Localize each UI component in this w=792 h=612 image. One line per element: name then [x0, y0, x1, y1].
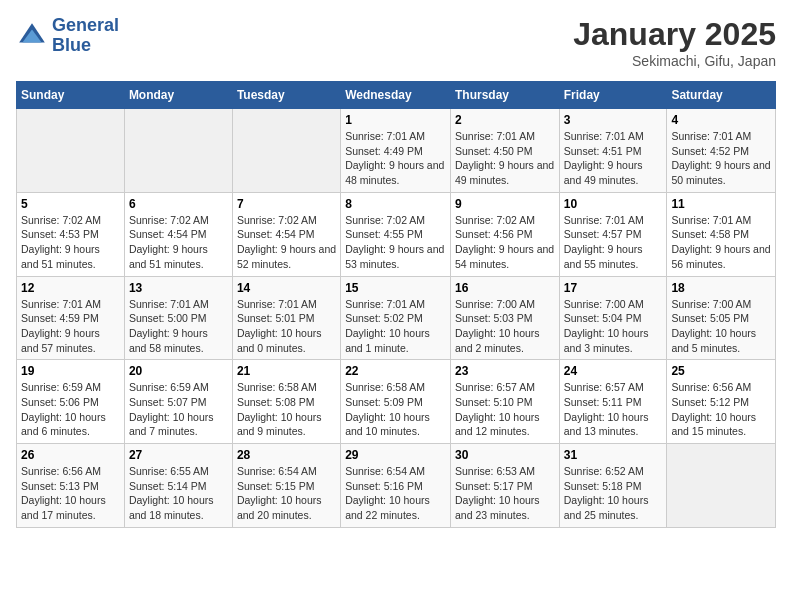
day-number: 30	[455, 448, 555, 462]
day-info: Sunrise: 6:58 AMSunset: 5:09 PMDaylight:…	[345, 381, 430, 437]
day-info: Sunrise: 7:01 AMSunset: 4:49 PMDaylight:…	[345, 130, 444, 186]
logo-text: General Blue	[52, 16, 119, 56]
calendar-week-row: 1 Sunrise: 7:01 AMSunset: 4:49 PMDayligh…	[17, 109, 776, 193]
col-tuesday: Tuesday	[232, 82, 340, 109]
calendar-day-cell: 20 Sunrise: 6:59 AMSunset: 5:07 PMDaylig…	[124, 360, 232, 444]
day-info: Sunrise: 6:53 AMSunset: 5:17 PMDaylight:…	[455, 465, 540, 521]
calendar-day-cell: 7 Sunrise: 7:02 AMSunset: 4:54 PMDayligh…	[232, 192, 340, 276]
day-number: 22	[345, 364, 446, 378]
day-number: 21	[237, 364, 336, 378]
calendar-week-row: 12 Sunrise: 7:01 AMSunset: 4:59 PMDaylig…	[17, 276, 776, 360]
calendar-day-cell: 2 Sunrise: 7:01 AMSunset: 4:50 PMDayligh…	[450, 109, 559, 193]
day-info: Sunrise: 6:56 AMSunset: 5:12 PMDaylight:…	[671, 381, 756, 437]
day-info: Sunrise: 6:57 AMSunset: 5:10 PMDaylight:…	[455, 381, 540, 437]
day-number: 31	[564, 448, 663, 462]
day-number: 28	[237, 448, 336, 462]
header-row: Sunday Monday Tuesday Wednesday Thursday…	[17, 82, 776, 109]
page-title: January 2025	[573, 16, 776, 53]
day-number: 11	[671, 197, 771, 211]
day-number: 5	[21, 197, 120, 211]
calendar-day-cell: 22 Sunrise: 6:58 AMSunset: 5:09 PMDaylig…	[341, 360, 451, 444]
day-number: 16	[455, 281, 555, 295]
day-number: 20	[129, 364, 228, 378]
day-number: 7	[237, 197, 336, 211]
day-number: 12	[21, 281, 120, 295]
calendar-day-cell: 24 Sunrise: 6:57 AMSunset: 5:11 PMDaylig…	[559, 360, 667, 444]
day-info: Sunrise: 7:02 AMSunset: 4:54 PMDaylight:…	[237, 214, 336, 270]
calendar-week-row: 19 Sunrise: 6:59 AMSunset: 5:06 PMDaylig…	[17, 360, 776, 444]
calendar-day-cell: 28 Sunrise: 6:54 AMSunset: 5:15 PMDaylig…	[232, 444, 340, 528]
calendar-day-cell: 1 Sunrise: 7:01 AMSunset: 4:49 PMDayligh…	[341, 109, 451, 193]
day-number: 23	[455, 364, 555, 378]
day-number: 4	[671, 113, 771, 127]
calendar-week-row: 5 Sunrise: 7:02 AMSunset: 4:53 PMDayligh…	[17, 192, 776, 276]
calendar-day-cell	[17, 109, 125, 193]
title-block: January 2025 Sekimachi, Gifu, Japan	[573, 16, 776, 69]
logo-icon	[16, 20, 48, 52]
calendar-day-cell: 17 Sunrise: 7:00 AMSunset: 5:04 PMDaylig…	[559, 276, 667, 360]
col-friday: Friday	[559, 82, 667, 109]
day-number: 15	[345, 281, 446, 295]
day-info: Sunrise: 6:59 AMSunset: 5:06 PMDaylight:…	[21, 381, 106, 437]
calendar-day-cell: 8 Sunrise: 7:02 AMSunset: 4:55 PMDayligh…	[341, 192, 451, 276]
calendar-day-cell: 16 Sunrise: 7:00 AMSunset: 5:03 PMDaylig…	[450, 276, 559, 360]
logo: General Blue	[16, 16, 119, 56]
day-number: 8	[345, 197, 446, 211]
day-info: Sunrise: 6:59 AMSunset: 5:07 PMDaylight:…	[129, 381, 214, 437]
calendar-day-cell: 21 Sunrise: 6:58 AMSunset: 5:08 PMDaylig…	[232, 360, 340, 444]
calendar-day-cell: 5 Sunrise: 7:02 AMSunset: 4:53 PMDayligh…	[17, 192, 125, 276]
calendar-day-cell: 12 Sunrise: 7:01 AMSunset: 4:59 PMDaylig…	[17, 276, 125, 360]
day-number: 25	[671, 364, 771, 378]
col-sunday: Sunday	[17, 82, 125, 109]
day-info: Sunrise: 7:02 AMSunset: 4:53 PMDaylight:…	[21, 214, 101, 270]
day-info: Sunrise: 7:01 AMSunset: 4:51 PMDaylight:…	[564, 130, 644, 186]
day-number: 3	[564, 113, 663, 127]
calendar-day-cell	[124, 109, 232, 193]
calendar-day-cell: 29 Sunrise: 6:54 AMSunset: 5:16 PMDaylig…	[341, 444, 451, 528]
calendar-day-cell: 19 Sunrise: 6:59 AMSunset: 5:06 PMDaylig…	[17, 360, 125, 444]
day-number: 10	[564, 197, 663, 211]
day-info: Sunrise: 7:00 AMSunset: 5:04 PMDaylight:…	[564, 298, 649, 354]
day-number: 9	[455, 197, 555, 211]
day-info: Sunrise: 6:54 AMSunset: 5:16 PMDaylight:…	[345, 465, 430, 521]
day-number: 1	[345, 113, 446, 127]
day-info: Sunrise: 6:52 AMSunset: 5:18 PMDaylight:…	[564, 465, 649, 521]
day-number: 6	[129, 197, 228, 211]
day-number: 18	[671, 281, 771, 295]
day-number: 2	[455, 113, 555, 127]
day-info: Sunrise: 6:58 AMSunset: 5:08 PMDaylight:…	[237, 381, 322, 437]
calendar-day-cell: 30 Sunrise: 6:53 AMSunset: 5:17 PMDaylig…	[450, 444, 559, 528]
day-info: Sunrise: 7:01 AMSunset: 5:01 PMDaylight:…	[237, 298, 322, 354]
day-number: 24	[564, 364, 663, 378]
calendar-day-cell: 6 Sunrise: 7:02 AMSunset: 4:54 PMDayligh…	[124, 192, 232, 276]
page-header: General Blue January 2025 Sekimachi, Gif…	[16, 16, 776, 69]
day-info: Sunrise: 7:02 AMSunset: 4:56 PMDaylight:…	[455, 214, 554, 270]
calendar-day-cell: 27 Sunrise: 6:55 AMSunset: 5:14 PMDaylig…	[124, 444, 232, 528]
day-number: 13	[129, 281, 228, 295]
day-info: Sunrise: 7:01 AMSunset: 4:57 PMDaylight:…	[564, 214, 644, 270]
calendar-day-cell: 10 Sunrise: 7:01 AMSunset: 4:57 PMDaylig…	[559, 192, 667, 276]
day-info: Sunrise: 7:01 AMSunset: 4:58 PMDaylight:…	[671, 214, 770, 270]
calendar-week-row: 26 Sunrise: 6:56 AMSunset: 5:13 PMDaylig…	[17, 444, 776, 528]
col-wednesday: Wednesday	[341, 82, 451, 109]
page-subtitle: Sekimachi, Gifu, Japan	[573, 53, 776, 69]
logo-line2: Blue	[52, 36, 119, 56]
calendar-day-cell	[667, 444, 776, 528]
day-info: Sunrise: 6:57 AMSunset: 5:11 PMDaylight:…	[564, 381, 649, 437]
calendar-day-cell: 25 Sunrise: 6:56 AMSunset: 5:12 PMDaylig…	[667, 360, 776, 444]
calendar-day-cell: 3 Sunrise: 7:01 AMSunset: 4:51 PMDayligh…	[559, 109, 667, 193]
logo-line1: General	[52, 16, 119, 36]
col-saturday: Saturday	[667, 82, 776, 109]
day-info: Sunrise: 7:01 AMSunset: 4:52 PMDaylight:…	[671, 130, 770, 186]
day-info: Sunrise: 7:02 AMSunset: 4:54 PMDaylight:…	[129, 214, 209, 270]
day-number: 26	[21, 448, 120, 462]
calendar-day-cell: 9 Sunrise: 7:02 AMSunset: 4:56 PMDayligh…	[450, 192, 559, 276]
calendar-day-cell: 13 Sunrise: 7:01 AMSunset: 5:00 PMDaylig…	[124, 276, 232, 360]
day-info: Sunrise: 7:00 AMSunset: 5:03 PMDaylight:…	[455, 298, 540, 354]
day-number: 29	[345, 448, 446, 462]
day-info: Sunrise: 7:01 AMSunset: 5:00 PMDaylight:…	[129, 298, 209, 354]
calendar-day-cell: 11 Sunrise: 7:01 AMSunset: 4:58 PMDaylig…	[667, 192, 776, 276]
day-info: Sunrise: 7:00 AMSunset: 5:05 PMDaylight:…	[671, 298, 756, 354]
calendar-day-cell: 15 Sunrise: 7:01 AMSunset: 5:02 PMDaylig…	[341, 276, 451, 360]
day-info: Sunrise: 7:02 AMSunset: 4:55 PMDaylight:…	[345, 214, 444, 270]
